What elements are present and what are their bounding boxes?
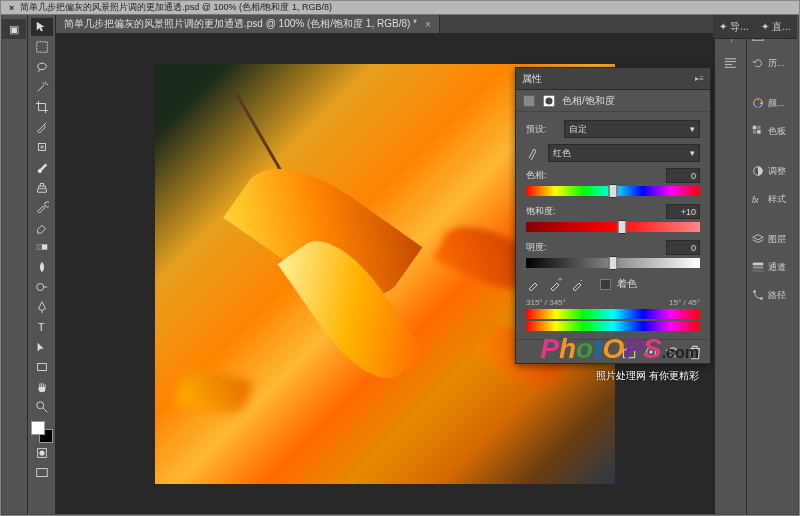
lightness-label: 明度: bbox=[526, 241, 547, 254]
pen-tool[interactable] bbox=[31, 298, 53, 316]
svg-rect-18 bbox=[753, 126, 757, 130]
svg-point-15 bbox=[757, 98, 760, 101]
chevron-down-icon: ▾ bbox=[690, 124, 695, 134]
zoom-tool[interactable] bbox=[31, 398, 53, 416]
quick-mask-toggle[interactable] bbox=[31, 444, 53, 462]
saturation-value-input[interactable]: +10 bbox=[666, 204, 700, 219]
panel-swatches[interactable]: 色板 bbox=[747, 117, 798, 145]
dodge-tool[interactable] bbox=[31, 278, 53, 296]
eraser-tool[interactable] bbox=[31, 218, 53, 236]
panel-menu-icon[interactable]: ▸≡ bbox=[695, 74, 704, 83]
svg-rect-3 bbox=[36, 244, 41, 249]
svg-point-4 bbox=[36, 284, 43, 291]
document-tab[interactable]: 简单几步把偏灰的风景照片调的更加通透.psd @ 100% (色相/饱和度 1,… bbox=[56, 15, 440, 33]
close-tab-icon[interactable]: × bbox=[425, 19, 431, 30]
magic-wand-tool[interactable] bbox=[31, 78, 53, 96]
hue-label: 色相: bbox=[526, 169, 547, 182]
eyedropper-subtract[interactable]: - bbox=[570, 276, 586, 292]
panel-label: 调整 bbox=[768, 165, 786, 178]
chevron-down-icon: ▾ bbox=[690, 148, 695, 158]
hue-slider[interactable] bbox=[526, 186, 700, 196]
preset-select[interactable]: 自定▾ bbox=[564, 120, 700, 138]
lightness-slider[interactable] bbox=[526, 258, 700, 268]
panel-label: 色板 bbox=[768, 125, 786, 138]
svg-rect-24 bbox=[753, 263, 764, 266]
healing-brush-tool[interactable] bbox=[31, 138, 53, 156]
svg-point-9 bbox=[39, 450, 44, 455]
panel-label: 通道 bbox=[768, 261, 786, 274]
panel-tab-properties[interactable]: 属性 bbox=[522, 72, 542, 86]
channel-select[interactable]: 红色▾ bbox=[548, 144, 700, 162]
clone-stamp-tool[interactable] bbox=[31, 178, 53, 196]
mini-btn-1[interactable]: ✦ 导... bbox=[719, 20, 748, 34]
reset-icon[interactable] bbox=[664, 344, 682, 360]
eyedropper-tool[interactable] bbox=[31, 118, 53, 136]
color-range-top[interactable] bbox=[526, 309, 700, 319]
svg-point-31 bbox=[546, 97, 553, 104]
mask-icon[interactable] bbox=[542, 94, 556, 108]
eyedropper-add[interactable]: + bbox=[548, 276, 564, 292]
marquee-tool[interactable] bbox=[31, 38, 53, 56]
slider-thumb[interactable] bbox=[609, 184, 618, 198]
svg-rect-21 bbox=[757, 130, 761, 134]
svg-text:+: + bbox=[558, 276, 562, 283]
svg-rect-0 bbox=[36, 42, 47, 53]
window-close-icon[interactable]: × bbox=[9, 3, 14, 13]
lasso-tool[interactable] bbox=[31, 58, 53, 76]
panel-label: 颜... bbox=[768, 97, 785, 110]
panel-paths[interactable]: 路径 bbox=[747, 281, 798, 309]
preset-label: 预设: bbox=[526, 123, 558, 136]
panel-label: 路径 bbox=[768, 289, 786, 302]
screen-mode-toggle[interactable] bbox=[31, 464, 53, 482]
slider-thumb[interactable] bbox=[617, 220, 626, 234]
eyedropper-set[interactable] bbox=[526, 276, 542, 292]
svg-rect-29 bbox=[524, 95, 535, 106]
type-tool[interactable]: T bbox=[31, 318, 53, 336]
properties-panel: 属性 ▸≡ 色相/饱和度 预设: 自定▾ 红色▾ 色相:0 饱和度:+10 bbox=[515, 67, 711, 364]
hue-value-input[interactable]: 0 bbox=[666, 168, 700, 183]
targeted-adjustment-icon[interactable] bbox=[526, 145, 542, 161]
document-tab-bar: 简单几步把偏灰的风景照片调的更加通透.psd @ 100% (色相/饱和度 1,… bbox=[56, 15, 714, 34]
brush-tool[interactable] bbox=[31, 158, 53, 176]
mini-btn-2[interactable]: ✦ 直... bbox=[761, 20, 790, 34]
panel-adjustments[interactable]: 调整 bbox=[747, 157, 798, 185]
rectangle-tool[interactable] bbox=[31, 358, 53, 376]
lightness-value-input[interactable]: 0 bbox=[666, 240, 700, 255]
tools-panel: T bbox=[28, 15, 56, 514]
colorize-checkbox[interactable] bbox=[600, 279, 611, 290]
adjustment-icon bbox=[522, 94, 536, 108]
svg-text:T: T bbox=[37, 321, 44, 333]
svg-rect-25 bbox=[753, 266, 764, 269]
color-swatches[interactable] bbox=[31, 421, 53, 443]
title-bar: × 简单几步把偏灰的风景照片调的更加通透.psd @ 100% (色相/饱和度 … bbox=[1, 1, 799, 15]
history-brush-tool[interactable] bbox=[31, 198, 53, 216]
svg-rect-19 bbox=[757, 126, 761, 130]
ps-icon[interactable]: ▣ bbox=[2, 19, 26, 39]
svg-rect-26 bbox=[753, 270, 764, 273]
panel-label: 样式 bbox=[768, 193, 786, 206]
panel-footer bbox=[516, 339, 710, 363]
blur-tool[interactable] bbox=[31, 258, 53, 276]
paragraph-panel-icon[interactable] bbox=[719, 51, 743, 75]
color-range-bottom[interactable] bbox=[526, 321, 700, 331]
move-tool[interactable] bbox=[31, 18, 53, 36]
options-bar-collapsed: ▣ bbox=[2, 15, 28, 514]
path-selection-tool[interactable] bbox=[31, 338, 53, 356]
slider-thumb[interactable] bbox=[609, 256, 618, 270]
clip-to-layer-icon[interactable] bbox=[620, 344, 638, 360]
panel-layers[interactable]: 图层 bbox=[747, 225, 798, 253]
view-previous-icon[interactable] bbox=[642, 344, 660, 360]
panel-channels[interactable]: 通道 bbox=[747, 253, 798, 281]
svg-rect-20 bbox=[753, 130, 757, 134]
panel-styles[interactable]: fx样式 bbox=[747, 185, 798, 213]
gradient-tool[interactable] bbox=[31, 238, 53, 256]
hand-tool[interactable] bbox=[31, 378, 53, 396]
delete-adjustment-icon[interactable] bbox=[686, 344, 704, 360]
panel-color[interactable]: 颜... bbox=[747, 89, 798, 117]
colorize-label: 着色 bbox=[617, 277, 637, 291]
panel-history[interactable]: 历... bbox=[747, 49, 798, 77]
right-panel-column: 属性 历... 颜... 色板 调整 fx样式 图层 通道 路径 bbox=[746, 15, 798, 514]
foreground-color-swatch[interactable] bbox=[31, 421, 45, 435]
crop-tool[interactable] bbox=[31, 98, 53, 116]
saturation-slider[interactable] bbox=[526, 222, 700, 232]
